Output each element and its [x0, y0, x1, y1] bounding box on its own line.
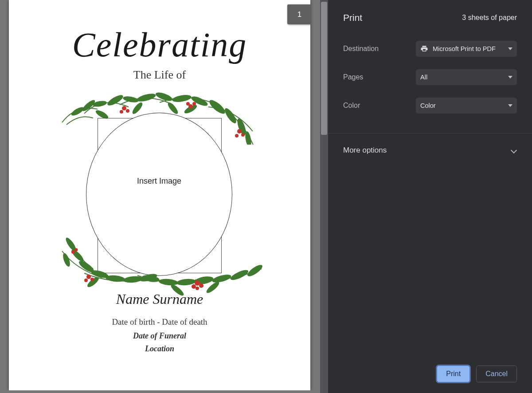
svg-point-0	[70, 106, 85, 117]
chevron-down-icon	[508, 76, 512, 79]
panel-header: Print 3 sheets of paper	[328, 0, 532, 33]
pages-value: All	[420, 74, 508, 81]
svg-point-20	[188, 104, 193, 109]
destination-row: Destination Microsoft Print to PDF	[343, 35, 517, 63]
color-row: Color Color	[343, 91, 517, 120]
svg-point-10	[223, 107, 238, 125]
doc-title-celebrating: Celebrating	[9, 28, 310, 62]
doc-name-surname: Name Surname	[9, 291, 310, 307]
svg-point-46	[246, 263, 264, 278]
chevron-down-icon	[508, 104, 512, 107]
page-number-indicator: 1	[287, 4, 310, 24]
svg-point-23	[237, 129, 242, 134]
print-settings-panel: Print 3 sheets of paper Destination Micr…	[328, 0, 532, 393]
svg-point-21	[192, 102, 196, 106]
svg-point-33	[62, 252, 71, 267]
doc-subtitle-life-of: The Life of	[9, 68, 310, 82]
printer-icon	[420, 45, 428, 53]
svg-point-22	[186, 102, 190, 106]
insert-image-placeholder: Insert Image	[137, 177, 181, 186]
destination-label: Destination	[343, 45, 379, 53]
svg-point-49	[195, 280, 200, 286]
print-button-label: Print	[446, 370, 461, 378]
cancel-button[interactable]: Cancel	[476, 365, 517, 382]
image-frame: Insert Image	[75, 91, 244, 287]
preview-scroll: 1 Celebrating The Life of	[0, 0, 319, 390]
svg-point-26	[64, 236, 78, 252]
more-options-label: More options	[343, 146, 387, 155]
chevron-down-icon	[511, 147, 517, 153]
svg-point-12	[244, 131, 252, 145]
cancel-button-label: Cancel	[485, 370, 508, 378]
page-number: 1	[297, 10, 301, 19]
svg-point-2	[92, 100, 107, 107]
svg-point-14	[131, 101, 144, 115]
destination-value: Microsoft Print to PDF	[433, 45, 508, 52]
svg-point-38	[71, 250, 75, 254]
svg-point-6	[155, 91, 173, 103]
svg-point-30	[105, 275, 125, 283]
doc-date-of-funeral: Date of Funeral	[9, 331, 310, 341]
page-1: 1 Celebrating The Life of	[9, 0, 310, 390]
svg-point-50	[199, 283, 203, 288]
svg-point-39	[75, 248, 78, 252]
svg-point-25	[235, 134, 239, 138]
color-value: Color	[420, 102, 508, 109]
frame-oval: Insert Image	[86, 113, 232, 276]
more-options-toggle[interactable]: More options	[328, 134, 532, 167]
svg-point-5	[136, 92, 156, 103]
color-dropdown[interactable]: Color	[416, 98, 517, 114]
doc-location: Location	[9, 344, 310, 354]
svg-point-43	[194, 275, 214, 285]
svg-point-4	[122, 95, 139, 103]
svg-point-36	[90, 278, 94, 281]
panel-options: Destination Microsoft Print to PDF Pages…	[328, 33, 532, 128]
svg-point-42	[176, 278, 196, 286]
svg-point-35	[86, 275, 91, 279]
svg-point-11	[236, 118, 248, 136]
panel-footer: Print Cancel	[328, 365, 532, 393]
svg-point-16	[183, 103, 198, 115]
svg-point-17	[122, 106, 126, 110]
print-preview-pane: 1 Celebrating The Life of	[0, 0, 328, 393]
document-content: Celebrating The Life of	[9, 28, 310, 390]
svg-point-31	[123, 275, 143, 283]
svg-point-27	[70, 248, 85, 263]
preview-scrollbar-vertical[interactable]	[320, 0, 328, 393]
chevron-down-icon	[508, 47, 512, 50]
color-label: Color	[343, 102, 360, 110]
print-button[interactable]: Print	[437, 365, 470, 382]
svg-point-18	[126, 109, 129, 113]
svg-point-7	[172, 94, 192, 103]
doc-date-of-birth-death: Date of birth - Date of death	[9, 317, 310, 327]
svg-point-41	[158, 278, 178, 286]
svg-point-45	[229, 268, 250, 282]
svg-point-52	[196, 287, 199, 290]
panel-title: Print	[343, 12, 362, 23]
destination-dropdown[interactable]: Microsoft Print to PDF	[416, 41, 517, 57]
svg-point-9	[207, 98, 227, 116]
pages-label: Pages	[343, 73, 363, 81]
svg-point-19	[120, 110, 123, 114]
svg-point-24	[241, 133, 245, 137]
preview-inner: 1 Celebrating The Life of	[0, 0, 319, 390]
pages-dropdown[interactable]: All	[416, 69, 517, 85]
svg-point-3	[106, 93, 125, 107]
svg-point-28	[78, 259, 96, 274]
svg-point-34	[86, 275, 100, 289]
pages-row: Pages All	[343, 63, 517, 91]
preview-scrollbar-thumb[interactable]	[321, 2, 327, 135]
svg-point-51	[192, 284, 196, 289]
svg-point-8	[190, 94, 209, 108]
svg-point-1	[81, 98, 96, 113]
sheet-count: 3 sheets of paper	[462, 14, 517, 22]
svg-point-44	[211, 273, 232, 284]
svg-point-37	[84, 279, 88, 282]
